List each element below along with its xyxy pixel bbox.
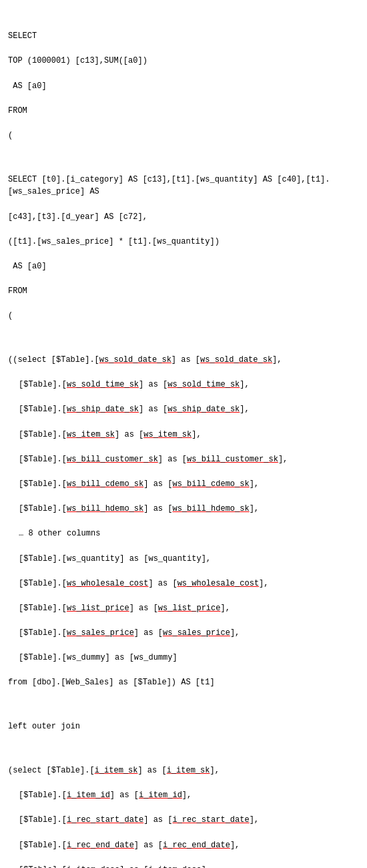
line-open-paren: ( — [8, 130, 359, 142]
line-select: SELECT — [8, 30, 359, 43]
line-ws-billcust: [$Table].[ws_bill_customer_sk] as [ws_bi… — [8, 453, 359, 466]
code-block: SELECT TOP (1000001) [c13],SUM([a0]) AS … — [0, 0, 367, 868]
line-ws-time: [$Table].[ws_sold_time_sk] as [ws_sold_t… — [8, 379, 359, 391]
line-cols2: [c43],[t3].[d_year] AS [c72], — [8, 211, 359, 224]
line-ws-listprice: [$Table].[ws_list_price] as [ws_list_pri… — [8, 602, 359, 615]
line-ws-wholesale: [$Table].[ws_wholesale_cost] as [ws_whol… — [8, 578, 359, 590]
line-ws-dummy: [$Table].[ws_dummy] as [ws_dummy] — [8, 652, 359, 664]
line-left-join1: left outer join — [8, 720, 359, 733]
line-from: FROM — [8, 105, 359, 118]
line-top: TOP (1000001) [c13],SUM([a0]) — [8, 55, 359, 67]
line-ws-billcdemo: [$Table].[ws_bill_cdemo_sk] as [ws_bill_… — [8, 478, 359, 491]
line-from2: FROM — [8, 285, 359, 298]
line-i-itemid: [$Table].[i_item_id] as [i_item_id], — [8, 789, 359, 802]
line-i-recend: [$Table].[i_rec_end_date] as [i_rec_end_… — [8, 839, 359, 852]
line-subsel: ((select [$Table].[ws_sold_date_sk] as [… — [8, 354, 359, 367]
line-open2: ( — [8, 310, 359, 322]
line-calc: ([t1].[ws_sales_price] * [t1].[ws_quanti… — [8, 236, 359, 248]
line-8other: … 8 other columns — [8, 527, 359, 540]
line-ws-salesprice: [$Table].[ws_sales_price] as [ws_sales_p… — [8, 627, 359, 640]
line-i-itemdesc: [$Table].[i_item_desc] as [i_item_desc], — [8, 864, 359, 868]
line-select2: SELECT [t0].[i_category] AS [c13],[t1].[… — [8, 174, 359, 198]
line-ws-ship: [$Table].[ws_ship_date_sk] as [ws_ship_d… — [8, 403, 359, 416]
line-from-websales: from [dbo].[Web_Sales] as [$Table]) AS [… — [8, 676, 359, 689]
line-ws-billhdemo: [$Table].[ws_bill_hdemo_sk] as [ws_bill_… — [8, 503, 359, 515]
line-ws-qty: [$Table].[ws_quantity] as [ws_quantity], — [8, 553, 359, 566]
line-as-a0: AS [a0] — [8, 80, 359, 93]
line-as-a0-2: AS [a0] — [8, 260, 359, 273]
line-sel-item: (select [$Table].[i_item_sk] as [i_item_… — [8, 765, 359, 777]
line-ws-item: [$Table].[ws_item_sk] as [ws_item_sk], — [8, 429, 359, 441]
line-i-recstart: [$Table].[i_rec_start_date] as [i_rec_st… — [8, 814, 359, 827]
